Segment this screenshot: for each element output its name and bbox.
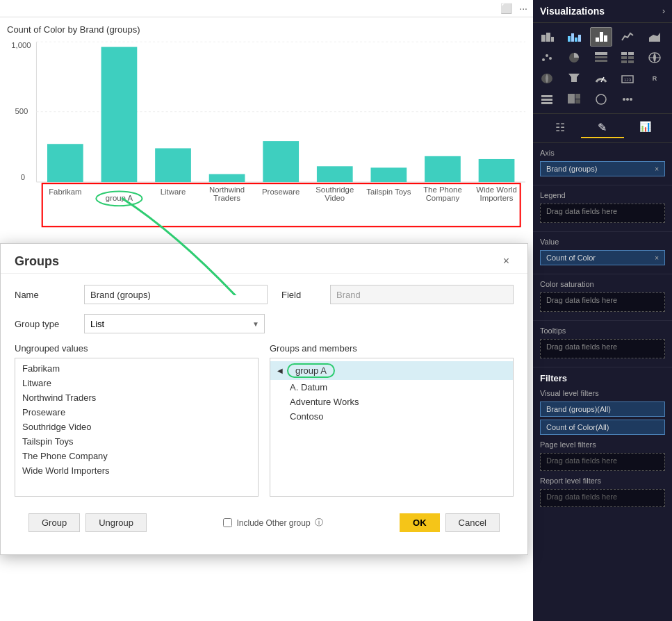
group-button[interactable]: Group bbox=[28, 513, 80, 532]
viz-tab-fields[interactable]: ☷ bbox=[539, 118, 581, 138]
viz-icon-bar-stacked[interactable] bbox=[536, 27, 558, 47]
bar-tailspin[interactable] bbox=[371, 167, 407, 182]
viz-icon-gauge[interactable] bbox=[590, 69, 612, 88]
list-item[interactable]: Wide World Importers bbox=[15, 463, 258, 478]
include-other-label: Include Other group bbox=[236, 518, 310, 528]
legend-drop-zone[interactable]: Drag data fields here bbox=[540, 204, 665, 223]
group-member-item[interactable]: Contoso bbox=[270, 409, 513, 424]
viz-icon-map[interactable] bbox=[644, 48, 666, 67]
svg-point-46 bbox=[626, 98, 629, 101]
tooltips-drop-zone[interactable]: Drag data fields here bbox=[540, 339, 665, 358]
ungrouped-section: Ungrouped values Fabrikam Litware Northw… bbox=[15, 343, 259, 497]
tooltips-section: Tooltips Drag data fields here bbox=[533, 321, 672, 367]
include-other-info-icon: ⓘ bbox=[315, 517, 323, 529]
ungrouped-list[interactable]: Fabrikam Litware Northwind Traders Prose… bbox=[15, 358, 259, 497]
name-label: Name bbox=[15, 290, 70, 300]
group-member-item[interactable]: Adventure Works bbox=[270, 395, 513, 409]
viz-icon-funnel[interactable] bbox=[563, 69, 585, 88]
x-label-groupa: group A bbox=[106, 194, 133, 202]
ungroup-button[interactable]: Ungroup bbox=[85, 513, 147, 532]
cancel-button[interactable]: Cancel bbox=[445, 513, 500, 532]
report-level-drop-zone[interactable]: Drag data fields here bbox=[540, 489, 665, 507]
list-item[interactable]: Northwind Traders bbox=[15, 390, 258, 405]
viz-icon-bar-active[interactable] bbox=[590, 27, 612, 47]
viz-icon-treemap[interactable] bbox=[563, 90, 585, 109]
list-item[interactable]: Litware bbox=[15, 376, 258, 390]
list-item[interactable]: The Phone Company bbox=[15, 449, 258, 463]
x-label-northwind2: Traders bbox=[213, 194, 240, 202]
dialog-titlebar: Groups × bbox=[1, 244, 527, 274]
bar-southridge[interactable] bbox=[317, 166, 353, 182]
group-header-item[interactable]: ◀ group A bbox=[270, 361, 513, 380]
field-input[interactable] bbox=[330, 285, 514, 304]
bar-litware[interactable] bbox=[155, 148, 191, 182]
x-label-litware: Litware bbox=[161, 188, 186, 196]
filter-badge-count[interactable]: Count of Color(All) bbox=[540, 420, 665, 435]
svg-rect-23 bbox=[595, 60, 607, 62]
viz-panel-chevron[interactable]: › bbox=[662, 6, 665, 16]
page-level-drop-zone[interactable]: Drag data fields here bbox=[540, 453, 665, 471]
viz-icon-kpi[interactable]: R bbox=[644, 69, 666, 88]
viz-icon-table[interactable] bbox=[590, 48, 612, 67]
color-saturation-drop-zone[interactable]: Drag data fields here bbox=[540, 292, 665, 312]
list-item[interactable]: Tailspin Toys bbox=[15, 434, 258, 449]
bar-proseware[interactable] bbox=[263, 141, 299, 182]
lists-row: Ungrouped values Fabrikam Litware Northw… bbox=[15, 343, 514, 497]
maximize-icon[interactable]: ⬜ bbox=[500, 3, 512, 14]
dialog-footer: Group Ungroup Include Other group ⓘ OK C… bbox=[15, 506, 514, 543]
y-tick-500: 500 bbox=[15, 107, 28, 115]
dialog-close-button[interactable]: × bbox=[499, 254, 514, 269]
ok-button[interactable]: OK bbox=[400, 513, 440, 532]
bar-groupa[interactable] bbox=[101, 47, 138, 182]
viz-tab-format[interactable]: ✎ bbox=[581, 118, 623, 138]
x-label-phoneco2: Company bbox=[426, 194, 460, 202]
group-type-row: Group type List Bin ▼ bbox=[15, 314, 514, 333]
group-type-select[interactable]: List Bin bbox=[84, 314, 265, 333]
legend-section: Legend Drag data fields here bbox=[533, 185, 672, 232]
dialog-title: Groups bbox=[15, 254, 59, 269]
svg-rect-6 bbox=[541, 35, 546, 42]
group-type-label: Group type bbox=[15, 319, 70, 329]
value-field-remove[interactable]: × bbox=[655, 254, 659, 262]
viz-icon-slicer[interactable] bbox=[536, 90, 558, 109]
svg-rect-24 bbox=[621, 52, 627, 55]
list-item[interactable]: Proseware bbox=[15, 405, 258, 420]
bar-northwind[interactable] bbox=[209, 174, 245, 182]
viz-icon-pie[interactable] bbox=[563, 48, 585, 67]
viz-icon-line[interactable] bbox=[616, 27, 639, 47]
name-input[interactable] bbox=[84, 285, 268, 304]
bar-wideworld[interactable] bbox=[479, 159, 515, 182]
group-collapse-arrow[interactable]: ◀ bbox=[277, 367, 283, 374]
viz-icon-scatter[interactable] bbox=[536, 48, 558, 67]
viz-icon-area[interactable] bbox=[644, 27, 666, 47]
viz-icon-card[interactable]: 123 bbox=[616, 69, 639, 88]
groups-list[interactable]: ◀ group A A. Datum Adventure Works Conto… bbox=[270, 358, 514, 497]
viz-panel-header: Visualizations › bbox=[533, 0, 672, 23]
group-member-item[interactable]: A. Datum bbox=[270, 380, 513, 395]
list-item[interactable]: Fabrikam bbox=[15, 361, 258, 376]
filter-badge-brand[interactable]: Brand (groups)(All) bbox=[540, 401, 665, 417]
bar-phoneco[interactable] bbox=[425, 156, 461, 182]
axis-section: Axis Brand (groups) × bbox=[533, 143, 672, 185]
viz-tab-analytics[interactable]: 📊 bbox=[624, 118, 666, 138]
visual-level-label: Visual level filters bbox=[540, 389, 665, 397]
bar-fabrikam[interactable] bbox=[47, 144, 83, 182]
include-other-checkbox[interactable] bbox=[223, 518, 232, 527]
svg-rect-12 bbox=[578, 35, 581, 42]
svg-point-44 bbox=[596, 94, 606, 104]
x-label-fabrikam: Fabrikam bbox=[49, 188, 81, 196]
viz-icon-filled-map[interactable] bbox=[536, 69, 558, 88]
viz-icon-matrix[interactable] bbox=[616, 48, 639, 67]
ungrouped-title: Ungrouped values bbox=[15, 343, 259, 354]
viz-icon-globe[interactable] bbox=[590, 90, 612, 109]
list-item[interactable]: Southridge Video bbox=[15, 420, 258, 434]
svg-rect-41 bbox=[568, 94, 575, 104]
x-label-southridge1: Southridge bbox=[315, 185, 354, 194]
y-tick-1000: 1,000 bbox=[11, 41, 31, 49]
viz-icon-bar-grouped[interactable] bbox=[563, 27, 585, 47]
viz-icon-custom[interactable] bbox=[616, 90, 639, 109]
axis-field-remove[interactable]: × bbox=[655, 165, 659, 173]
x-label-proseware: Proseware bbox=[262, 188, 300, 196]
footer-buttons-left: Group Ungroup bbox=[28, 513, 147, 532]
more-options-icon[interactable]: ··· bbox=[519, 3, 527, 14]
